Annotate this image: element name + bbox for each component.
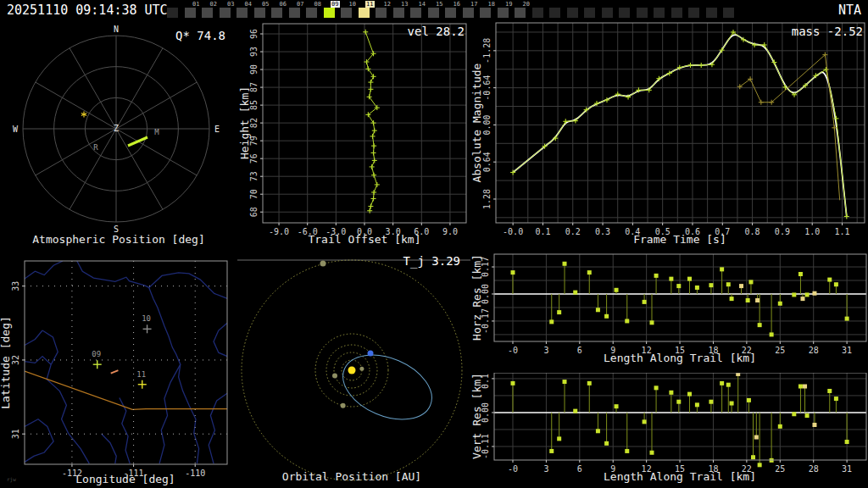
nta-meteor-dashboard: 20251110 09:14:38 UTC 010203040506070809… (0, 0, 868, 488)
atmospheric-position-panel: NESWZMRQ* 74.8Atmospheric Position [deg] (0, 21, 237, 250)
vert-res-09-point (654, 385, 659, 390)
horz-res-09-point (798, 272, 803, 276)
vert-res-09-point (669, 391, 673, 395)
x-tick-label: -9.0 (269, 227, 289, 236)
frame-slot-blank (618, 1, 635, 19)
frame-number-label: 10 (348, 1, 357, 8)
frame-slot-blank (548, 1, 565, 19)
vert-res-09-point (625, 449, 629, 453)
frame-number-label: 04 (244, 1, 253, 8)
frame-slot-blank (583, 1, 600, 19)
river-line (77, 261, 228, 299)
x-tick-label: 9.0 (442, 227, 458, 236)
horz-res-09-point (573, 291, 577, 295)
frame-number-label: 08 (314, 1, 322, 8)
x-axis-title: Length Along Trail [km] (604, 470, 756, 483)
frame-button-18[interactable]: 18 (479, 1, 496, 19)
horz-res-09-point (669, 277, 673, 281)
vert-res-09-point (834, 396, 838, 401)
horz-res-09-point (557, 310, 561, 314)
y-tick-label: 93 (249, 47, 259, 57)
network-label: NTA (838, 3, 861, 18)
x-tick-label: 6 (577, 346, 582, 355)
horz-res-09-point (596, 308, 600, 312)
frame-selector-strip: 0102030405060708091011121314151617181920 (0, 0, 868, 21)
x-tick-label: 3 (543, 464, 548, 474)
horz-res-09-point (649, 320, 654, 324)
frame-button-17[interactable]: 17 (462, 1, 479, 19)
frame-button-09[interactable]: 09 (323, 1, 340, 19)
x-tick-label: 0.8 (745, 227, 760, 236)
y-tick-label: -0.64 (482, 75, 492, 101)
frame-number-label: 11 (365, 1, 374, 8)
frame-button-07[interactable]: 07 (288, 1, 305, 19)
frame-button-10[interactable]: 10 (340, 1, 357, 19)
cardinal-label: E (214, 125, 220, 134)
frame-slot-blank (601, 1, 618, 19)
panel-title: Orbital Position [AU] (282, 470, 421, 483)
frame-button-13[interactable]: 13 (392, 1, 409, 19)
readout-value: T_j 3.29 (403, 254, 460, 269)
vert-residuals-plot: -036912151822252831-0.110.000.11Length A… (470, 373, 868, 488)
river-line (102, 434, 116, 463)
river-line (25, 261, 63, 279)
station-label-11: 11 (136, 370, 146, 379)
frame-button-16[interactable]: 16 (444, 1, 461, 19)
vert-res-09-point (720, 381, 724, 385)
frame-button-02[interactable]: 02 (201, 1, 218, 19)
frame-button-03[interactable]: 03 (219, 1, 236, 19)
horz-res-09-point (549, 319, 554, 324)
y-tick-label: 90 (249, 64, 259, 75)
y-tick-label: 1.28 (482, 189, 492, 209)
horz-res-09-point (792, 292, 796, 297)
vert-res-09-point (778, 424, 782, 429)
vert-res-09-point (676, 400, 681, 404)
frame-button-08[interactable]: 08 (305, 1, 322, 19)
sun-dot (348, 367, 356, 374)
frame-button-20[interactable]: 20 (514, 1, 531, 19)
orbital-position-plot: T_j 3.29Orbital Position [AU] (237, 250, 470, 488)
horz-res-09-point (654, 274, 659, 278)
vert-res-09-point (827, 389, 832, 393)
frame-button-15[interactable]: 15 (427, 1, 444, 19)
frame-button-11[interactable]: 11 (358, 1, 375, 19)
lightcurve-09-line (513, 32, 847, 217)
x-tick-label: -110 (185, 469, 205, 478)
horz-res-09-point (625, 319, 629, 323)
x-tick-label: 1.0 (804, 227, 820, 236)
y-tick-label: -1.28 (482, 38, 492, 64)
river-line (209, 393, 227, 463)
y-tick-label: 33 (11, 281, 20, 291)
frame-button-01[interactable]: 01 (184, 1, 201, 19)
x-tick-label: -0.0 (503, 227, 523, 236)
venus-dot (332, 374, 337, 379)
frame-button-19[interactable]: 19 (497, 1, 514, 19)
sky-point-label: R (93, 143, 98, 152)
frame-button-12[interactable]: 12 (375, 1, 392, 19)
frame-button-05[interactable]: 05 (253, 1, 270, 19)
frame-slot-blank (687, 1, 704, 19)
frame-button-14[interactable]: 14 (409, 1, 426, 19)
station-label-09: 09 (92, 350, 101, 358)
trail-offset-panel: -9.0-6.0-3.00.03.06.09.06870737679828587… (237, 21, 470, 250)
panel-title: Atmospheric Position [deg] (32, 233, 205, 246)
horz-res-09-point (746, 298, 750, 302)
y-tick-label: 96 (249, 29, 259, 39)
river-line (214, 323, 227, 356)
vert-res-09-point (573, 409, 577, 413)
horz-res-09-point (770, 332, 774, 336)
horz-res-09-point (758, 323, 762, 327)
frame-number-label: 19 (504, 1, 513, 8)
horz-res-09-point (587, 270, 592, 274)
meteor-orbit (333, 342, 442, 432)
jupiter-dot (320, 261, 326, 267)
frame-button-04[interactable]: 04 (236, 1, 253, 19)
river-line (25, 419, 53, 463)
frame-number-label: 03 (226, 1, 235, 8)
horz-res-09-point (827, 278, 832, 282)
horz-residuals-plot: -036912151822252831-0.170.000.17Length A… (470, 250, 868, 373)
vert-res-09-point (687, 392, 692, 396)
frame-button-06[interactable]: 06 (270, 1, 287, 19)
frame-number-label: 05 (261, 1, 270, 8)
horz-residuals-panel: -036912151822252831-0.170.000.17Length A… (470, 250, 868, 373)
